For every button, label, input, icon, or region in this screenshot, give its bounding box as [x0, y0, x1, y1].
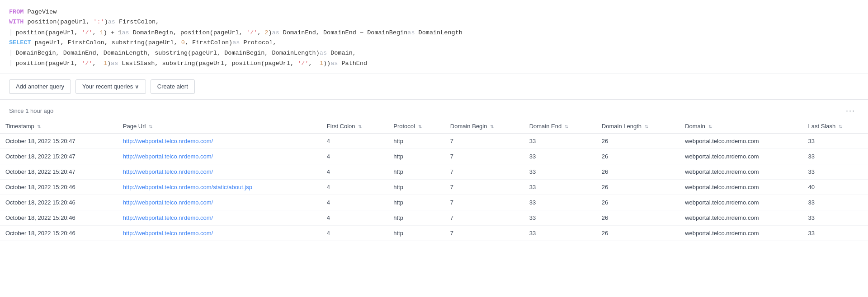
table-cell[interactable]: http://webportal.telco.nrdemo.com/ — [118, 148, 321, 164]
table-row: October 18, 2022 15:20:47http://webporta… — [0, 164, 868, 179]
code-text: LastSlash, substring(pageUrl, position(p… — [118, 59, 330, 69]
results-table-wrapper: Timestamp ⇅ Page Url ⇅ First Colon ⇅ Pro… — [0, 119, 868, 241]
col-header-domain-length[interactable]: Domain Length ⇅ — [596, 119, 679, 134]
table-cell: 4 — [321, 179, 388, 195]
table-header: Timestamp ⇅ Page Url ⇅ First Colon ⇅ Pro… — [0, 119, 868, 134]
table-cell: webportal.telco.nrdemo.com — [679, 195, 802, 210]
results-table: Timestamp ⇅ Page Url ⇅ First Colon ⇅ Pro… — [0, 119, 868, 241]
table-cell: 33 — [803, 133, 868, 148]
code-text: DomainBegin, DomainEnd, DomainLength, su… — [15, 48, 319, 58]
table-cell: 4 — [321, 225, 388, 241]
code-text: DomainLength — [415, 28, 462, 38]
table-row: October 18, 2022 15:20:47http://webporta… — [0, 133, 868, 148]
table-cell: 26 — [596, 179, 679, 195]
table-cell: webportal.telco.nrdemo.com — [679, 148, 802, 164]
toolbar: Add another query Your recent queries ∨ … — [0, 74, 868, 100]
table-cell: webportal.telco.nrdemo.com — [679, 179, 802, 195]
col-header-page-url[interactable]: Page Url ⇅ — [118, 119, 321, 134]
table-cell: 33 — [803, 195, 868, 210]
table-cell: 33 — [803, 148, 868, 164]
table-cell: 33 — [524, 133, 596, 148]
table-cell: 33 — [803, 164, 868, 179]
create-alert-button[interactable]: Create alert — [151, 79, 195, 94]
keyword-as: as — [330, 59, 338, 69]
table-cell[interactable]: http://webportal.telco.nrdemo.com/ — [118, 210, 321, 225]
table-cell: 40 — [803, 179, 868, 195]
table-cell: 4 — [321, 210, 388, 225]
table-cell: webportal.telco.nrdemo.com — [679, 133, 802, 148]
code-line-6: | position(pageUrl, '/', −1) as LastSlas… — [9, 58, 859, 69]
recent-queries-button[interactable]: Your recent queries ∨ — [75, 79, 146, 94]
sort-icon-last-slash: ⇅ — [839, 124, 842, 129]
code-line-1: FROM PageView — [9, 7, 859, 17]
col-header-last-slash[interactable]: Last Slash ⇅ — [803, 119, 868, 134]
code-line-5: | DomainBegin, DomainEnd, DomainLength, … — [9, 48, 859, 58]
table-cell: 7 — [445, 195, 524, 210]
table-cell: 26 — [596, 164, 679, 179]
ellipsis-menu-button[interactable]: ··· — [842, 106, 859, 116]
table-cell: 33 — [803, 210, 868, 225]
code-text: PathEnd — [338, 59, 367, 69]
table-header-row: Timestamp ⇅ Page Url ⇅ First Colon ⇅ Pro… — [0, 119, 868, 134]
table-cell[interactable]: http://webportal.telco.nrdemo.com/ — [118, 195, 321, 210]
code-line-2: WITH position(pageUrl, ':') as FirstColo… — [9, 17, 859, 27]
table-cell: 26 — [596, 210, 679, 225]
table-cell: October 18, 2022 15:20:46 — [0, 210, 118, 225]
table-cell: October 18, 2022 15:20:46 — [0, 179, 118, 195]
keyword-with: WITH — [9, 17, 24, 27]
table-cell[interactable]: http://webportal.telco.nrdemo.com/static… — [118, 179, 321, 195]
table-cell[interactable]: http://webportal.telco.nrdemo.com/ — [118, 164, 321, 179]
sort-icon-domain-length: ⇅ — [645, 124, 648, 129]
sort-icon-timestamp: ⇅ — [37, 124, 41, 129]
since-text: Since 1 hour ago — [9, 107, 53, 114]
col-header-protocol[interactable]: Protocol ⇅ — [388, 119, 445, 134]
table-cell: 4 — [321, 195, 388, 210]
sort-icon-domain: ⇅ — [708, 124, 712, 129]
table-cell: webportal.telco.nrdemo.com — [679, 210, 802, 225]
col-header-domain-begin[interactable]: Domain Begin ⇅ — [445, 119, 524, 134]
code-text: DomainBegin, position(pageUrl, '/', 2) — [129, 28, 272, 38]
table-cell[interactable]: http://webportal.telco.nrdemo.com/ — [118, 133, 321, 148]
table-cell: 33 — [803, 225, 868, 241]
code-bar: | — [9, 58, 13, 69]
code-text: FirstColon, — [115, 17, 159, 27]
col-header-domain-end[interactable]: Domain End ⇅ — [524, 119, 596, 134]
add-query-button[interactable]: Add another query — [9, 79, 71, 94]
table-cell: 33 — [524, 148, 596, 164]
table-cell: 7 — [445, 179, 524, 195]
table-cell: 33 — [524, 210, 596, 225]
table-cell: 4 — [321, 133, 388, 148]
table-row: October 18, 2022 15:20:46http://webporta… — [0, 225, 868, 241]
table-cell: http — [388, 179, 445, 195]
table-cell: October 18, 2022 15:20:47 — [0, 133, 118, 148]
code-text: position(pageUrl, ':') — [24, 17, 108, 27]
keyword-as: as — [108, 17, 115, 27]
keyword-as: as — [407, 28, 415, 38]
table-cell[interactable]: http://webportal.telco.nrdemo.com/ — [118, 225, 321, 241]
col-header-domain[interactable]: Domain ⇅ — [679, 119, 802, 134]
code-line-3: | position(pageUrl, '/', 1) + 1 as Domai… — [9, 28, 859, 38]
table-cell: 7 — [445, 225, 524, 241]
table-body: October 18, 2022 15:20:47http://webporta… — [0, 133, 868, 241]
table-cell: http — [388, 210, 445, 225]
table-cell: 4 — [321, 164, 388, 179]
code-editor[interactable]: FROM PageView WITH position(pageUrl, ':'… — [0, 0, 868, 74]
table-cell: 7 — [445, 148, 524, 164]
table-cell: 26 — [596, 225, 679, 241]
table-cell: 4 — [321, 148, 388, 164]
code-line-4: SELECT pageUrl, FirstColon, substring(pa… — [9, 38, 859, 48]
sort-icon-first-colon: ⇅ — [358, 124, 362, 129]
table-cell: 33 — [524, 164, 596, 179]
table-cell: 7 — [445, 164, 524, 179]
table-cell: 33 — [524, 225, 596, 241]
col-header-first-colon[interactable]: First Colon ⇅ — [321, 119, 388, 134]
table-cell: October 18, 2022 15:20:47 — [0, 148, 118, 164]
table-row: October 18, 2022 15:20:46http://webporta… — [0, 210, 868, 225]
sort-icon-page-url: ⇅ — [149, 124, 152, 129]
keyword-as: as — [232, 38, 240, 48]
table-cell: http — [388, 148, 445, 164]
table-cell: October 18, 2022 15:20:46 — [0, 225, 118, 241]
code-text: Protocol, — [240, 38, 276, 48]
table-cell: webportal.telco.nrdemo.com — [679, 164, 802, 179]
col-header-timestamp[interactable]: Timestamp ⇅ — [0, 119, 118, 134]
